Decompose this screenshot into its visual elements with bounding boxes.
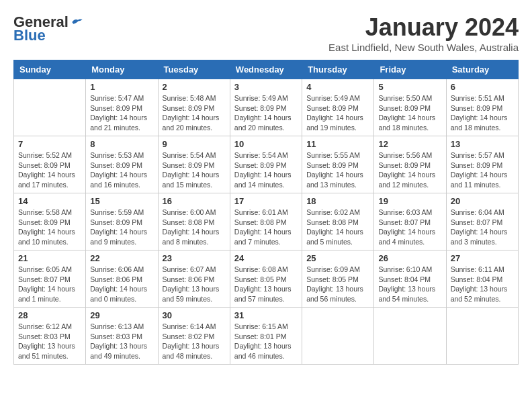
- day-number: 14: [18, 196, 81, 206]
- day-number: 16: [163, 196, 226, 206]
- calendar-cell: 1Sunrise: 5:47 AMSunset: 8:09 PMDaylight…: [86, 79, 158, 136]
- day-info: Sunrise: 5:49 AMSunset: 8:09 PMDaylight:…: [306, 93, 369, 133]
- weekday-header-row: SundayMondayTuesdayWednesdayThursdayFrid…: [14, 60, 519, 79]
- day-number: 12: [378, 139, 441, 149]
- calendar-cell: [446, 308, 518, 365]
- day-info: Sunrise: 6:03 AMSunset: 8:07 PMDaylight:…: [378, 208, 441, 247]
- day-number: 17: [234, 196, 298, 206]
- day-number: 30: [163, 310, 226, 320]
- calendar-cell: 9Sunrise: 5:54 AMSunset: 8:09 PMDaylight…: [158, 136, 230, 193]
- calendar-cell: 15Sunrise: 5:59 AMSunset: 8:09 PMDayligh…: [86, 193, 158, 250]
- calendar-cell: 17Sunrise: 6:01 AMSunset: 8:08 PMDayligh…: [230, 193, 302, 250]
- page-header: General Blue January 2024 East Lindfield…: [13, 13, 519, 53]
- day-info: Sunrise: 5:55 AMSunset: 8:09 PMDaylight:…: [306, 150, 369, 190]
- calendar-cell: 12Sunrise: 5:56 AMSunset: 8:09 PMDayligh…: [374, 136, 446, 193]
- weekday-header-thursday: Thursday: [302, 60, 374, 79]
- day-number: 6: [451, 82, 514, 92]
- day-number: 1: [90, 82, 153, 92]
- day-info: Sunrise: 5:58 AMSunset: 8:09 PMDaylight:…: [18, 208, 81, 247]
- day-number: 31: [234, 310, 298, 320]
- calendar-cell: 29Sunrise: 6:13 AMSunset: 8:03 PMDayligh…: [86, 308, 158, 365]
- calendar-cell: [302, 308, 374, 365]
- calendar-cell: [374, 308, 446, 365]
- calendar-cell: 3Sunrise: 5:49 AMSunset: 8:09 PMDaylight…: [230, 79, 302, 136]
- day-info: Sunrise: 6:06 AMSunset: 8:06 PMDaylight:…: [90, 265, 153, 304]
- calendar-cell: 28Sunrise: 6:12 AMSunset: 8:03 PMDayligh…: [14, 308, 86, 365]
- calendar-cell: 11Sunrise: 5:55 AMSunset: 8:09 PMDayligh…: [302, 136, 374, 193]
- calendar-cell: 8Sunrise: 5:53 AMSunset: 8:09 PMDaylight…: [86, 136, 158, 193]
- logo: General Blue: [13, 13, 83, 44]
- day-number: 18: [306, 196, 369, 206]
- day-number: 21: [18, 253, 81, 263]
- day-info: Sunrise: 5:49 AMSunset: 8:09 PMDaylight:…: [234, 93, 298, 133]
- calendar-cell: 16Sunrise: 6:00 AMSunset: 8:08 PMDayligh…: [158, 193, 230, 250]
- day-info: Sunrise: 6:15 AMSunset: 8:01 PMDaylight:…: [234, 322, 298, 361]
- calendar-cell: 20Sunrise: 6:04 AMSunset: 8:07 PMDayligh…: [446, 193, 518, 250]
- calendar-cell: 23Sunrise: 6:07 AMSunset: 8:06 PMDayligh…: [158, 250, 230, 308]
- day-info: Sunrise: 6:07 AMSunset: 8:06 PMDaylight:…: [163, 265, 226, 304]
- week-row-3: 14Sunrise: 5:58 AMSunset: 8:09 PMDayligh…: [14, 193, 519, 250]
- day-number: 11: [306, 139, 369, 149]
- day-info: Sunrise: 6:05 AMSunset: 8:07 PMDaylight:…: [18, 265, 81, 304]
- day-number: 27: [451, 253, 514, 263]
- weekday-header-sunday: Sunday: [14, 60, 86, 79]
- day-info: Sunrise: 6:08 AMSunset: 8:05 PMDaylight:…: [234, 265, 298, 304]
- calendar-subtitle: East Lindfield, New South Wales, Austral…: [328, 42, 519, 53]
- day-info: Sunrise: 5:54 AMSunset: 8:09 PMDaylight:…: [234, 150, 298, 190]
- calendar-cell: 14Sunrise: 5:58 AMSunset: 8:09 PMDayligh…: [14, 193, 86, 250]
- day-number: 7: [18, 139, 81, 149]
- weekday-header-friday: Friday: [374, 60, 446, 79]
- day-info: Sunrise: 6:14 AMSunset: 8:02 PMDaylight:…: [163, 322, 226, 361]
- week-row-5: 28Sunrise: 6:12 AMSunset: 8:03 PMDayligh…: [14, 308, 519, 365]
- day-number: 15: [90, 196, 153, 206]
- day-number: 25: [306, 253, 369, 263]
- calendar-title: January 2024: [328, 13, 519, 42]
- day-info: Sunrise: 5:59 AMSunset: 8:09 PMDaylight:…: [90, 208, 153, 247]
- day-info: Sunrise: 6:00 AMSunset: 8:08 PMDaylight:…: [163, 208, 226, 247]
- calendar-cell: 19Sunrise: 6:03 AMSunset: 8:07 PMDayligh…: [374, 193, 446, 250]
- logo-blue-text: Blue: [13, 27, 46, 44]
- day-info: Sunrise: 5:54 AMSunset: 8:09 PMDaylight:…: [163, 150, 226, 190]
- weekday-header-monday: Monday: [86, 60, 158, 79]
- calendar-cell: 10Sunrise: 5:54 AMSunset: 8:09 PMDayligh…: [230, 136, 302, 193]
- day-info: Sunrise: 6:12 AMSunset: 8:03 PMDaylight:…: [18, 322, 81, 361]
- weekday-header-wednesday: Wednesday: [230, 60, 302, 79]
- day-info: Sunrise: 5:51 AMSunset: 8:09 PMDaylight:…: [451, 93, 514, 133]
- day-info: Sunrise: 6:11 AMSunset: 8:04 PMDaylight:…: [451, 265, 514, 304]
- day-number: 13: [451, 139, 514, 149]
- day-number: 8: [90, 139, 153, 149]
- day-number: 3: [234, 82, 298, 92]
- day-info: Sunrise: 5:53 AMSunset: 8:09 PMDaylight:…: [90, 150, 153, 190]
- logo-bird-icon: [70, 15, 83, 29]
- day-info: Sunrise: 6:09 AMSunset: 8:05 PMDaylight:…: [306, 265, 369, 304]
- calendar-cell: [14, 79, 86, 136]
- day-number: 28: [18, 310, 81, 320]
- day-info: Sunrise: 6:13 AMSunset: 8:03 PMDaylight:…: [90, 322, 153, 361]
- day-info: Sunrise: 5:56 AMSunset: 8:09 PMDaylight:…: [378, 150, 441, 190]
- day-number: 29: [90, 310, 153, 320]
- calendar-cell: 25Sunrise: 6:09 AMSunset: 8:05 PMDayligh…: [302, 250, 374, 308]
- calendar-cell: 7Sunrise: 5:52 AMSunset: 8:09 PMDaylight…: [14, 136, 86, 193]
- calendar-cell: 31Sunrise: 6:15 AMSunset: 8:01 PMDayligh…: [230, 308, 302, 365]
- day-info: Sunrise: 5:50 AMSunset: 8:09 PMDaylight:…: [378, 93, 441, 133]
- week-row-4: 21Sunrise: 6:05 AMSunset: 8:07 PMDayligh…: [14, 250, 519, 308]
- calendar-cell: 26Sunrise: 6:10 AMSunset: 8:04 PMDayligh…: [374, 250, 446, 308]
- week-row-1: 1Sunrise: 5:47 AMSunset: 8:09 PMDaylight…: [14, 79, 519, 136]
- day-info: Sunrise: 6:01 AMSunset: 8:08 PMDaylight:…: [234, 208, 298, 247]
- calendar-cell: 27Sunrise: 6:11 AMSunset: 8:04 PMDayligh…: [446, 250, 518, 308]
- day-number: 20: [451, 196, 514, 206]
- calendar-cell: 13Sunrise: 5:57 AMSunset: 8:09 PMDayligh…: [446, 136, 518, 193]
- day-info: Sunrise: 6:04 AMSunset: 8:07 PMDaylight:…: [451, 208, 514, 247]
- calendar-cell: 30Sunrise: 6:14 AMSunset: 8:02 PMDayligh…: [158, 308, 230, 365]
- weekday-header-saturday: Saturday: [446, 60, 518, 79]
- day-number: 4: [306, 82, 369, 92]
- day-number: 10: [234, 139, 298, 149]
- calendar-cell: 2Sunrise: 5:48 AMSunset: 8:09 PMDaylight…: [158, 79, 230, 136]
- week-row-2: 7Sunrise: 5:52 AMSunset: 8:09 PMDaylight…: [14, 136, 519, 193]
- day-number: 19: [378, 196, 441, 206]
- title-block: January 2024 East Lindfield, New South W…: [328, 13, 519, 53]
- day-info: Sunrise: 5:57 AMSunset: 8:09 PMDaylight:…: [451, 150, 514, 190]
- day-number: 2: [163, 82, 226, 92]
- day-number: 9: [163, 139, 226, 149]
- day-number: 23: [163, 253, 226, 263]
